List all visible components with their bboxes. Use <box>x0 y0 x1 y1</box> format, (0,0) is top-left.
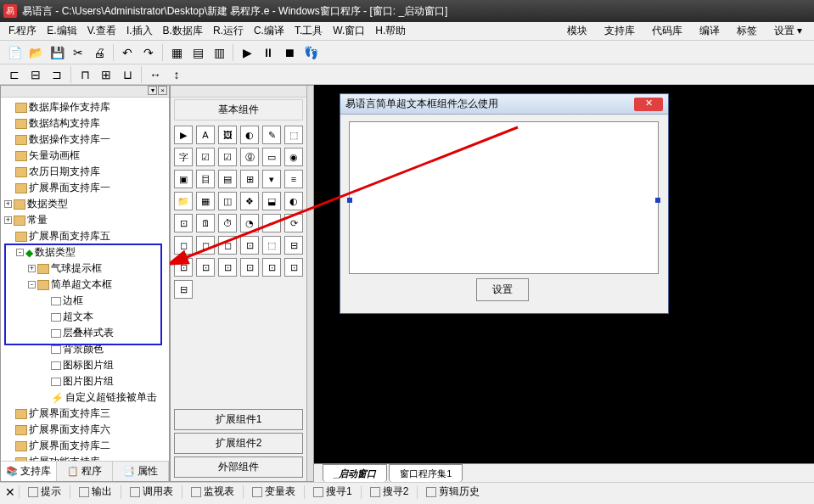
dist-v-icon[interactable]: ↕ <box>167 65 186 84</box>
bottom-tips[interactable]: 提示 <box>23 483 66 501</box>
component-item[interactable]: ⟳ <box>284 214 303 232</box>
tree-node[interactable]: -简单超文本框 <box>1 277 169 293</box>
component-item[interactable]: ⬚ <box>262 236 281 255</box>
layout1-icon[interactable]: ▦ <box>167 43 186 62</box>
tab-support-lib[interactable]: 📚 支持库 <box>1 462 57 481</box>
bottom-output[interactable]: 输出 <box>74 483 117 501</box>
tree-node[interactable]: +数据类型 <box>1 196 169 212</box>
redo-icon[interactable]: ↷ <box>139 43 158 62</box>
component-item[interactable]: ⊡ <box>284 258 303 277</box>
component-item[interactable]: ⊡ <box>262 258 281 277</box>
preview-window[interactable]: 易语言简单超文本框组件怎么使用 ✕ 设置 <box>340 93 669 314</box>
component-item[interactable]: ◔ <box>240 214 259 232</box>
menu-support-lib[interactable]: 支持库 <box>596 22 643 40</box>
component-item[interactable]: ⊡ <box>240 258 259 277</box>
ext-components-2-button[interactable]: 扩展组件2 <box>174 433 303 454</box>
preview-richtextbox[interactable] <box>349 121 659 274</box>
component-item[interactable]: ▾ <box>262 170 281 188</box>
tree-node[interactable]: 农历日期支持库 <box>1 164 169 180</box>
component-item[interactable]: ⊡ <box>196 258 215 277</box>
component-item[interactable]: ◻ <box>218 236 237 255</box>
menu-tags[interactable]: 标签 <box>728 22 766 40</box>
component-item[interactable]: ⊡ <box>218 258 237 277</box>
tree-node[interactable]: 矢量动画框 <box>1 148 169 164</box>
component-item[interactable]: A <box>196 126 215 144</box>
tree-node[interactable]: -◆数据类型 <box>1 244 169 260</box>
panel-close-icon[interactable]: × <box>158 86 167 95</box>
component-item[interactable]: ◉ <box>284 148 303 166</box>
menu-run[interactable]: R.运行 <box>208 22 249 40</box>
component-item[interactable]: ☑ <box>218 148 237 166</box>
align-center-icon[interactable]: ⊟ <box>26 65 45 84</box>
menu-window[interactable]: W.窗口 <box>328 22 370 40</box>
align-middle-icon[interactable]: ⊞ <box>97 65 115 84</box>
component-item[interactable]: ⬓ <box>262 192 281 210</box>
component-item[interactable]: ≡ <box>284 170 303 188</box>
component-item[interactable]: ✎ <box>262 126 281 144</box>
tree-node[interactable]: 图标图片组 <box>1 357 169 373</box>
doc-tab-window-assembly[interactable]: 窗口程序集1 <box>389 464 463 482</box>
form-designer[interactable]: 易语言简单超文本框组件怎么使用 ✕ 设置 _启动窗口 窗口程序集1 <box>314 85 814 482</box>
component-item[interactable]: ⓖ <box>240 148 259 166</box>
component-item[interactable]: ❖ <box>240 192 259 210</box>
component-item[interactable]: ▤ <box>218 170 237 188</box>
menu-view[interactable]: V.查看 <box>82 22 121 40</box>
preview-settings-button[interactable]: 设置 <box>476 278 529 301</box>
bottom-search2[interactable]: 搜寻2 <box>365 483 414 501</box>
component-item[interactable]: 📁 <box>174 192 193 210</box>
stop-icon[interactable]: ⏹ <box>280 43 299 62</box>
component-item[interactable]: ⊟ <box>174 280 193 299</box>
menu-build[interactable]: 编译 <box>691 22 728 40</box>
bottom-search1[interactable]: 搜寻1 <box>308 483 357 501</box>
menu-help[interactable]: H.帮助 <box>370 22 411 40</box>
component-item[interactable]: 🖼 <box>218 126 237 144</box>
component-item[interactable]: ⊞ <box>240 170 259 188</box>
component-item[interactable]: ↔ <box>262 214 281 232</box>
tree-node[interactable]: 图片图片组 <box>1 373 169 389</box>
component-item[interactable]: ◐ <box>240 126 259 144</box>
close-icon[interactable]: ✕ <box>5 485 15 499</box>
save-icon[interactable]: 💾 <box>48 43 66 62</box>
component-item[interactable]: ⬚ <box>284 126 303 144</box>
component-item[interactable]: ◫ <box>218 192 237 210</box>
component-item[interactable]: ◻ <box>196 236 215 255</box>
align-top-icon[interactable]: ⊓ <box>76 65 94 84</box>
tree-node[interactable]: 扩展界面支持库五 <box>1 228 169 244</box>
menu-database[interactable]: B.数据库 <box>158 22 208 40</box>
tab-properties[interactable]: 📑 属性 <box>113 462 169 481</box>
external-components-button[interactable]: 外部组件 <box>174 456 303 478</box>
component-item[interactable]: ▣ <box>174 170 193 188</box>
component-item[interactable]: 目 <box>196 170 215 188</box>
tree-node[interactable]: 扩展界面支持库六 <box>1 422 169 438</box>
align-bottom-icon[interactable]: ⊔ <box>118 65 137 84</box>
tree-node[interactable]: 层叠样式表 <box>1 325 169 341</box>
tree-node[interactable]: +气球提示框 <box>1 260 169 277</box>
component-item[interactable]: ▭ <box>262 148 281 166</box>
open-icon[interactable]: 📂 <box>26 43 45 62</box>
pause-icon[interactable]: ⏸ <box>259 43 278 62</box>
tree-node[interactable]: ⚡自定义超链接被单击 <box>1 389 169 406</box>
tree-node[interactable]: +常量 <box>1 212 169 228</box>
align-right-icon[interactable]: ⊐ <box>48 65 66 84</box>
component-item[interactable]: ▶ <box>174 126 193 144</box>
tree-node[interactable]: 扩展界面支持库二 <box>1 438 169 454</box>
bottom-clip-history[interactable]: 剪辑历史 <box>421 483 485 501</box>
menu-insert[interactable]: I.插入 <box>121 22 158 40</box>
tree-node[interactable]: 扩展界面支持库一 <box>1 180 169 196</box>
tree-node[interactable]: 边框 <box>1 293 169 309</box>
library-tree[interactable]: 数据库操作支持库数据结构支持库数据操作支持库一矢量动画框农历日期支持库扩展界面支… <box>1 98 169 461</box>
component-item[interactable]: ▦ <box>196 192 215 210</box>
component-item[interactable]: ⊟ <box>284 236 303 255</box>
component-item[interactable]: ☑ <box>196 148 215 166</box>
component-item[interactable]: ⊡ <box>174 214 193 232</box>
component-scrollbar[interactable] <box>306 86 313 481</box>
tree-node[interactable]: 数据结构支持库 <box>1 115 169 132</box>
tree-node[interactable]: 扩展界面支持库三 <box>1 406 169 422</box>
menu-compile[interactable]: C.编译 <box>249 22 289 40</box>
doc-tab-startup-window[interactable]: _启动窗口 <box>323 464 387 482</box>
tree-node[interactable]: 数据库操作支持库 <box>1 99 169 115</box>
menu-code-lib[interactable]: 代码库 <box>643 22 691 40</box>
bottom-watch[interactable]: 监视表 <box>186 483 239 501</box>
print-icon[interactable]: 🖨 <box>90 43 109 62</box>
undo-icon[interactable]: ↶ <box>118 43 137 62</box>
